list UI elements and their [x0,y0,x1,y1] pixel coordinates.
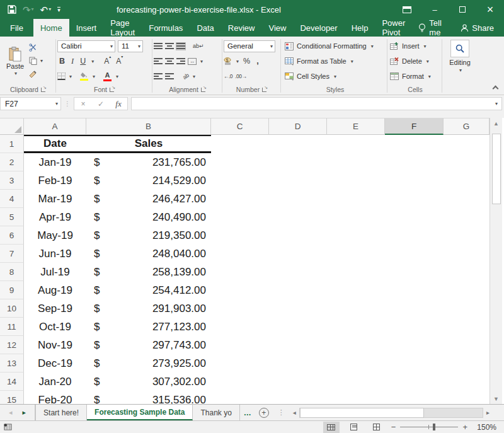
row-header-13[interactable]: 13 [0,354,24,372]
ribbon-tab-data[interactable]: Data [190,19,220,37]
cell-G3[interactable] [444,171,490,190]
decrease-indent-icon[interactable] [154,73,163,80]
cell-D4[interactable] [269,190,327,208]
column-header-F[interactable]: F [385,118,444,135]
zoom-out-button[interactable]: − [391,422,396,432]
ribbon-tab-file[interactable]: File [0,19,33,37]
ribbon-tab-insert[interactable]: Insert [69,19,104,37]
cell-G5[interactable] [444,208,490,226]
cell-G4[interactable] [444,190,490,208]
insert-function-button[interactable]: fx [110,99,127,109]
ribbon-tab-developer[interactable]: Developer [293,19,344,37]
share-button[interactable]: Share [450,19,504,37]
zoom-level[interactable]: 150% [474,423,496,432]
cell-B3[interactable]: $214,529.00 [86,171,211,190]
cell-F4[interactable] [385,190,444,208]
orientation-dropdown-icon[interactable]: ▾ [193,74,195,79]
scroll-right-icon[interactable]: ▸ [483,409,493,416]
cell-B6[interactable]: $219,350.00 [86,226,211,245]
page-break-view-button[interactable] [369,422,385,433]
cell-E5[interactable] [327,208,385,226]
name-box-dropdown-icon[interactable]: ▾ [55,101,58,107]
number-dialog-launcher-icon[interactable] [262,88,266,92]
insert-cells-button[interactable]: Insert▾ [390,38,440,54]
row-header-10[interactable]: 10 [0,299,24,318]
undo-dropdown-icon[interactable]: ▾ [49,7,51,12]
orientation-icon[interactable]: ab [181,72,190,81]
font-color-button[interactable]: A [103,72,112,81]
borders-dropdown-icon[interactable]: ▾ [69,74,72,79]
ribbon-display-options-icon[interactable] [393,0,421,19]
cell-C14[interactable] [211,372,269,391]
borders-icon[interactable] [57,72,66,80]
zoom-thumb[interactable] [433,424,435,430]
cell-E7[interactable] [327,245,385,263]
cell-A6[interactable]: May-19 [24,226,86,245]
cancel-icon[interactable]: × [74,100,92,108]
maximize-icon[interactable] [449,0,476,19]
horizontal-scroll-thumb[interactable] [300,408,424,418]
delete-cells-button[interactable]: Delete▾ [390,54,440,69]
cell-C4[interactable] [211,190,269,208]
ribbon-tab-home[interactable]: Home [33,19,69,37]
row-header-11[interactable]: 11 [0,318,24,336]
cell-F1[interactable] [385,135,444,153]
align-bottom-icon[interactable] [176,43,185,50]
cell-B13[interactable]: $273,925.00 [86,354,211,372]
cell-B4[interactable]: $246,427.00 [86,190,211,208]
new-sheet-button[interactable]: + [255,405,273,420]
cell-A4[interactable]: Mar-19 [24,190,86,208]
cell-D14[interactable] [269,372,327,391]
editing-dropdown-icon[interactable]: ▾ [459,67,462,73]
ribbon-tab-formulas[interactable]: Formulas [142,19,190,37]
paste-button[interactable]: Paste ▾ [1,38,29,84]
cell-C6[interactable] [211,226,269,245]
cell-G14[interactable] [444,372,490,391]
ribbon-tab-help[interactable]: Help [345,19,375,37]
row-header-12[interactable]: 12 [0,336,24,354]
cell-G10[interactable] [444,299,490,318]
cell-D5[interactable] [269,208,327,226]
sheet-tab-thank-yo[interactable]: Thank yo [193,405,239,420]
column-header-A[interactable]: A [24,118,86,135]
cell-B10[interactable]: $291,903.00 [86,299,211,318]
cell-E2[interactable] [327,153,385,171]
column-header-E[interactable]: E [327,118,385,135]
save-icon[interactable] [8,5,16,14]
page-layout-view-button[interactable] [346,422,362,433]
copy-button[interactable]: ▾ [29,55,43,66]
cell-D8[interactable] [269,263,327,281]
cell-C9[interactable] [211,281,269,299]
editing-button[interactable]: Editing ▾ [449,40,471,73]
cell-C10[interactable] [211,299,269,318]
cell-G15[interactable] [444,391,490,404]
formula-input[interactable]: ▾ [131,97,502,110]
cell-A15[interactable]: Feb-20 [24,391,86,404]
cell-G6[interactable] [444,226,490,245]
italic-button[interactable]: I [69,57,76,66]
align-left-icon[interactable] [154,58,163,65]
cell-E14[interactable] [327,372,385,391]
paste-dropdown-icon[interactable]: ▾ [14,71,17,76]
format-cells-button[interactable]: Format▾ [390,69,440,84]
cell-C5[interactable] [211,208,269,226]
font-size-select[interactable]: 11▾ [118,40,143,52]
copy-dropdown-icon[interactable]: ▾ [40,58,43,64]
cell-D12[interactable] [269,336,327,354]
cell-D15[interactable] [269,391,327,404]
cell-A5[interactable]: Apr-19 [24,208,86,226]
cell-B2[interactable]: $231,765.00 [86,153,211,171]
scroll-down-icon[interactable]: ▼ [490,393,502,404]
conditional-formatting-button[interactable]: Conditional Formatting▾ [285,38,386,54]
cell-C8[interactable] [211,263,269,281]
font-dialog-launcher-icon[interactable] [110,88,114,92]
align-middle-icon[interactable] [165,43,174,50]
cell-G2[interactable] [444,153,490,171]
cell-D6[interactable] [269,226,327,245]
font-color-dropdown-icon[interactable]: ▾ [116,74,118,79]
cell-A8[interactable]: Jul-19 [24,263,86,281]
cell-D2[interactable] [269,153,327,171]
cell-B11[interactable]: $277,123.00 [86,318,211,336]
tell-me-button[interactable]: Tell me [412,19,450,37]
merge-dropdown-icon[interactable]: ▾ [200,59,203,64]
